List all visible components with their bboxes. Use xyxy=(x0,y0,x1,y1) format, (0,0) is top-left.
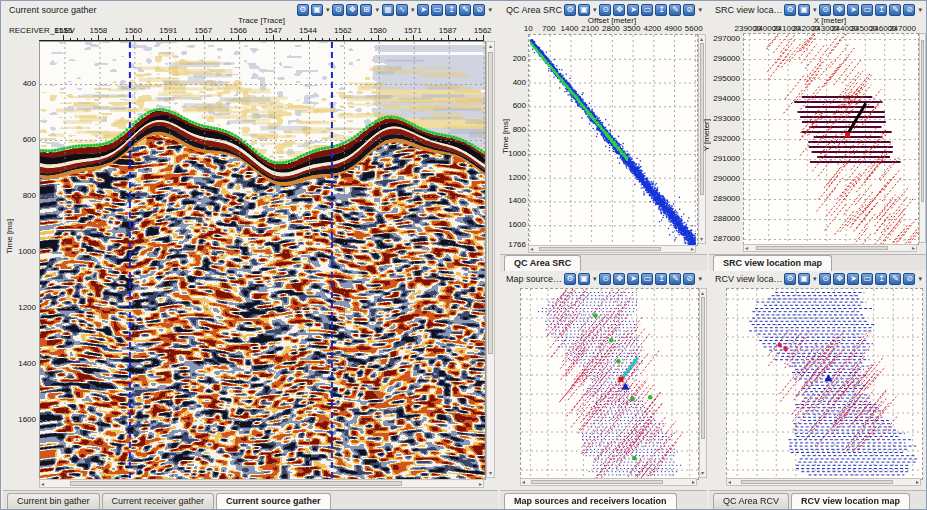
qc-src-horizontal-scrollbar[interactable]: ◂▸ xyxy=(528,245,696,253)
rcv-map-horizontal-scrollbar[interactable]: ◂▸ xyxy=(726,478,921,486)
tick-label: 400 xyxy=(23,79,36,88)
dropdown-caret-icon[interactable]: ▾ xyxy=(813,275,817,283)
dropdown-caret-icon[interactable]: ▾ xyxy=(698,6,702,14)
pointer-icon[interactable]: ➤ xyxy=(847,4,859,16)
tab-current-bin-gather[interactable]: Current bin gather xyxy=(7,493,100,509)
src-map-toolbar: ⚙▣▾⊙✥➤▭↥✎⊘▾ xyxy=(784,4,926,16)
zoom-area-icon[interactable]: ⊞ xyxy=(360,4,372,16)
tick-label: 1400 xyxy=(561,24,579,33)
src-rcv-map-vertical-scrollbar[interactable]: ▴▾ xyxy=(699,288,707,478)
display-mode-icon[interactable]: ▣ xyxy=(798,273,810,285)
dropdown-caret-icon[interactable]: ▾ xyxy=(813,6,817,14)
dropdown-caret-icon[interactable]: ▾ xyxy=(918,275,922,283)
zoom-icon[interactable]: ⊙ xyxy=(819,4,831,16)
dropdown-caret-icon[interactable]: ▾ xyxy=(488,6,492,14)
select-rect-icon[interactable]: ▭ xyxy=(641,4,653,16)
pan-icon[interactable]: ✥ xyxy=(833,4,845,16)
select-rect-icon[interactable]: ▭ xyxy=(431,4,443,16)
export-icon[interactable]: ↥ xyxy=(445,4,457,16)
tick-label: 600 xyxy=(513,101,526,110)
clear-selection-icon[interactable]: ⊘ xyxy=(903,273,915,285)
settings-icon[interactable]: ⚙ xyxy=(564,273,576,285)
settings-icon[interactable]: ⚙ xyxy=(297,4,309,16)
clear-selection-icon[interactable]: ⊘ xyxy=(683,273,695,285)
gather-vertical-scrollbar[interactable]: ▴▾ xyxy=(486,41,495,478)
src-map-xaxis-ticks: 2390002400002410002420002430002440002450… xyxy=(743,24,917,33)
pointer-icon[interactable]: ➤ xyxy=(847,273,859,285)
pan-icon[interactable]: ✥ xyxy=(346,4,358,16)
pan-icon[interactable]: ✥ xyxy=(833,273,845,285)
rcv-map-tabbar: QC Area RCVRCV view location map xyxy=(709,490,926,509)
wiggle-display-icon[interactable]: ∿ xyxy=(396,4,408,16)
export-icon[interactable]: ↥ xyxy=(875,4,887,16)
pan-icon[interactable]: ✥ xyxy=(613,4,625,16)
dropdown-caret-icon[interactable]: ▾ xyxy=(593,6,597,14)
dropdown-caret-icon[interactable]: ▾ xyxy=(375,6,379,14)
src-location-map-canvas[interactable] xyxy=(743,33,919,245)
dropdown-caret-icon[interactable]: ▾ xyxy=(593,275,597,283)
gather-yaxis-ticks: 4006008001000120014001600 xyxy=(13,41,37,478)
dropdown-caret-icon[interactable]: ▾ xyxy=(698,275,702,283)
seismic-gather-canvas[interactable] xyxy=(39,41,486,480)
select-rect-icon[interactable]: ▭ xyxy=(641,273,653,285)
display-mode-icon[interactable]: ▣ xyxy=(578,273,590,285)
tick-label: 800 xyxy=(513,125,526,134)
edit-icon[interactable]: ✎ xyxy=(889,4,901,16)
gather-horizontal-scrollbar[interactable]: ◂▸ xyxy=(39,479,484,488)
edit-icon[interactable]: ✎ xyxy=(669,4,681,16)
select-rect-icon[interactable]: ▭ xyxy=(861,4,873,16)
gather-toolbar: ⚙▣▾⊙✥⊞▾▦∿▾➤▭↥✎⊘▾ xyxy=(297,4,496,16)
clear-selection-icon[interactable]: ⊘ xyxy=(473,4,485,16)
pan-icon[interactable]: ✥ xyxy=(613,273,625,285)
export-icon[interactable]: ↥ xyxy=(875,273,887,285)
clear-selection-icon[interactable]: ⊘ xyxy=(903,4,915,16)
tick-label: 1766 xyxy=(508,240,526,249)
tab-current-source-gather[interactable]: Current source gather xyxy=(216,493,331,509)
qc-src-panel-title: QC Area SRC xyxy=(500,5,562,15)
tab-qc-area-rcv[interactable]: QC Area RCV xyxy=(713,493,789,509)
edit-icon[interactable]: ✎ xyxy=(669,273,681,285)
clear-selection-icon[interactable]: ⊘ xyxy=(683,4,695,16)
zoom-icon[interactable]: ⊙ xyxy=(819,273,831,285)
edit-icon[interactable]: ✎ xyxy=(889,273,901,285)
display-mode-icon[interactable]: ▣ xyxy=(798,4,810,16)
tick-label: 296000 xyxy=(713,54,740,63)
zoom-icon[interactable]: ⊙ xyxy=(599,273,611,285)
dropdown-caret-icon[interactable]: ▾ xyxy=(918,6,922,14)
src-rcv-map-horizontal-scrollbar[interactable]: ◂▸ xyxy=(520,478,697,486)
pointer-icon[interactable]: ➤ xyxy=(627,4,639,16)
dropdown-caret-icon[interactable]: ▾ xyxy=(411,6,415,14)
rcv-location-map-canvas[interactable] xyxy=(726,288,923,480)
pointer-icon[interactable]: ➤ xyxy=(627,273,639,285)
zoom-icon[interactable]: ⊙ xyxy=(599,4,611,16)
select-rect-icon[interactable]: ▭ xyxy=(861,273,873,285)
edit-icon[interactable]: ✎ xyxy=(459,4,471,16)
pointer-icon[interactable]: ➤ xyxy=(417,4,429,16)
export-icon[interactable]: ↥ xyxy=(655,273,667,285)
zoom-icon[interactable]: ⊙ xyxy=(332,4,344,16)
settings-icon[interactable]: ⚙ xyxy=(564,4,576,16)
tab-qc-area-src[interactable]: QC Area SRC xyxy=(504,255,581,271)
tick-label: 293000 xyxy=(713,114,740,123)
tick-label: 1600 xyxy=(508,220,526,229)
table-icon[interactable]: ▦ xyxy=(382,4,394,16)
display-mode-icon[interactable]: ▣ xyxy=(311,4,323,16)
tab-current-receiver-gather[interactable]: Current receiver gather xyxy=(102,493,215,509)
export-icon[interactable]: ↥ xyxy=(655,4,667,16)
src-rcv-map-canvas[interactable] xyxy=(520,288,699,480)
display-mode-icon[interactable]: ▣ xyxy=(578,4,590,16)
dropdown-caret-icon[interactable]: ▾ xyxy=(326,6,330,14)
src-map-horizontal-scrollbar[interactable]: ◂▸ xyxy=(743,244,917,252)
settings-icon[interactable]: ⚙ xyxy=(784,4,796,16)
tick-label: 1200 xyxy=(18,303,36,312)
tab-rcv-view-location-map[interactable]: RCV view location map xyxy=(791,493,910,509)
settings-icon[interactable]: ⚙ xyxy=(784,273,796,285)
src-rcv-map-toolbar: ⚙▣▾⊙✥➤▭↥✎⊘▾ xyxy=(564,273,706,285)
tab-src-view-location-map[interactable]: SRC view location map xyxy=(713,255,832,271)
tick-label: 294000 xyxy=(713,94,740,103)
qc-area-src-plot-canvas[interactable] xyxy=(528,34,698,246)
tick-label: 295000 xyxy=(713,74,740,83)
tab-map-sources-and-receivers-location[interactable]: Map sources and receivers location xyxy=(504,493,677,509)
src-map-vertical-scrollbar[interactable] xyxy=(919,33,926,243)
tick-label: 1200 xyxy=(508,172,526,181)
